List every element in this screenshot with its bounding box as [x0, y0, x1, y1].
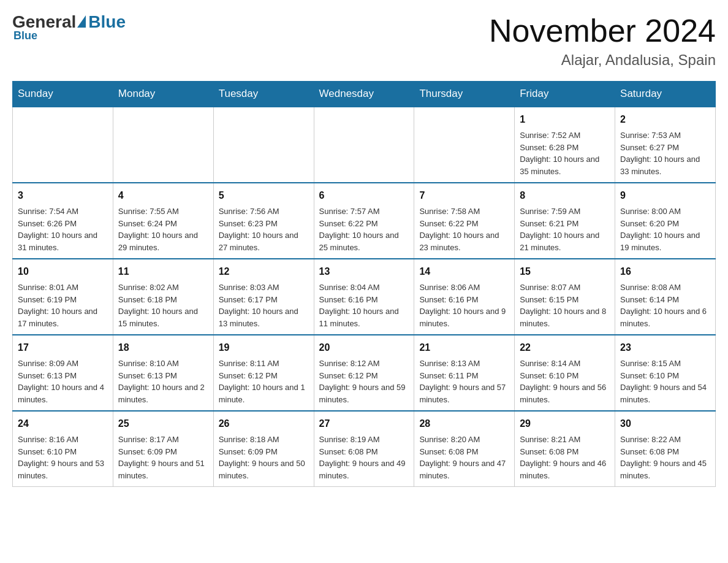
day-info: Sunset: 6:12 PM — [319, 370, 409, 382]
day-info: Daylight: 9 hours and 56 minutes. — [520, 381, 610, 405]
day-info: Daylight: 9 hours and 54 minutes. — [620, 381, 710, 405]
day-info: Sunset: 6:27 PM — [620, 142, 710, 154]
day-number: 28 — [419, 416, 509, 431]
day-info: Sunrise: 7:57 AM — [319, 205, 409, 218]
calendar-cell-4-6: 22Sunrise: 8:14 AMSunset: 6:10 PMDayligh… — [515, 335, 615, 411]
calendar-header-tuesday: Tuesday — [213, 82, 314, 107]
location-title: Alajar, Andalusia, Spain — [489, 52, 716, 69]
calendar-week-4: 17Sunrise: 8:09 AMSunset: 6:13 PMDayligh… — [13, 335, 716, 411]
day-number: 27 — [319, 416, 409, 431]
calendar-cell-5-7: 30Sunrise: 8:22 AMSunset: 6:08 PMDayligh… — [615, 411, 716, 487]
calendar-cell-2-3: 5Sunrise: 7:56 AMSunset: 6:23 PMDaylight… — [213, 183, 314, 259]
day-info: Sunset: 6:08 PM — [520, 446, 610, 458]
day-info: Daylight: 9 hours and 49 minutes. — [319, 458, 409, 481]
calendar-cell-1-5 — [414, 107, 515, 183]
calendar-header-sunday: Sunday — [13, 82, 113, 107]
day-info: Sunrise: 7:58 AM — [419, 205, 509, 218]
logo: General Blue Blue — [12, 12, 126, 42]
calendar-header-row: SundayMondayTuesdayWednesdayThursdayFrid… — [13, 82, 716, 107]
day-info: Daylight: 10 hours and 11 minutes. — [319, 305, 409, 329]
day-info: Sunrise: 7:52 AM — [520, 129, 610, 142]
calendar-cell-5-4: 27Sunrise: 8:19 AMSunset: 6:08 PMDayligh… — [314, 411, 414, 487]
day-info: Sunrise: 8:10 AM — [118, 358, 208, 370]
day-info: Sunset: 6:10 PM — [18, 446, 108, 458]
day-info: Sunset: 6:19 PM — [18, 294, 108, 306]
day-info: Sunrise: 8:13 AM — [419, 358, 509, 370]
day-info: Sunset: 6:14 PM — [620, 294, 710, 306]
calendar-cell-1-4 — [314, 107, 414, 183]
calendar-week-1: 1Sunrise: 7:52 AMSunset: 6:28 PMDaylight… — [13, 107, 716, 183]
calendar-cell-5-2: 25Sunrise: 8:17 AMSunset: 6:09 PMDayligh… — [113, 411, 213, 487]
day-number: 26 — [219, 416, 309, 431]
day-info: Sunset: 6:17 PM — [219, 294, 309, 306]
day-info: Daylight: 10 hours and 9 minutes. — [419, 305, 509, 329]
calendar-cell-1-6: 1Sunrise: 7:52 AMSunset: 6:28 PMDaylight… — [515, 107, 615, 183]
month-title: November 2024 — [489, 12, 716, 49]
day-number: 9 — [620, 188, 710, 203]
day-number: 11 — [118, 264, 208, 279]
day-number: 13 — [319, 264, 409, 279]
day-number: 24 — [18, 416, 108, 431]
calendar-cell-3-5: 14Sunrise: 8:06 AMSunset: 6:16 PMDayligh… — [414, 259, 515, 335]
day-info: Daylight: 9 hours and 51 minutes. — [118, 458, 208, 481]
day-info: Sunset: 6:18 PM — [118, 294, 208, 306]
logo-underline: Blue — [13, 29, 37, 42]
day-info: Sunrise: 8:08 AM — [620, 282, 710, 294]
day-info: Daylight: 10 hours and 27 minutes. — [219, 229, 309, 253]
day-number: 15 — [520, 264, 610, 279]
calendar-cell-3-1: 10Sunrise: 8:01 AMSunset: 6:19 PMDayligh… — [13, 259, 113, 335]
day-number: 14 — [419, 264, 509, 279]
day-info: Daylight: 10 hours and 6 minutes. — [620, 305, 710, 329]
day-number: 4 — [118, 188, 208, 203]
day-info: Sunrise: 8:09 AM — [18, 358, 108, 370]
day-number: 5 — [219, 188, 309, 203]
title-section: November 2024 Alajar, Andalusia, Spain — [489, 12, 716, 69]
calendar-cell-4-5: 21Sunrise: 8:13 AMSunset: 6:11 PMDayligh… — [414, 335, 515, 411]
calendar-cell-1-7: 2Sunrise: 7:53 AMSunset: 6:27 PMDaylight… — [615, 107, 716, 183]
day-info: Sunrise: 8:00 AM — [620, 205, 710, 218]
calendar-cell-5-3: 26Sunrise: 8:18 AMSunset: 6:09 PMDayligh… — [213, 411, 314, 487]
day-info: Sunset: 6:21 PM — [520, 218, 610, 230]
day-info: Daylight: 10 hours and 17 minutes. — [18, 305, 108, 329]
day-info: Daylight: 9 hours and 57 minutes. — [419, 381, 509, 405]
day-number: 20 — [319, 340, 409, 355]
day-number: 3 — [18, 188, 108, 203]
day-number: 29 — [520, 416, 610, 431]
day-info: Daylight: 9 hours and 46 minutes. — [520, 458, 610, 481]
day-info: Sunset: 6:20 PM — [620, 218, 710, 230]
calendar-cell-5-5: 28Sunrise: 8:20 AMSunset: 6:08 PMDayligh… — [414, 411, 515, 487]
calendar-cell-4-7: 23Sunrise: 8:15 AMSunset: 6:10 PMDayligh… — [615, 335, 716, 411]
day-info: Daylight: 9 hours and 53 minutes. — [18, 458, 108, 481]
logo-triangle-icon — [77, 15, 86, 28]
day-number: 10 — [18, 264, 108, 279]
calendar-header-friday: Friday — [515, 82, 615, 107]
calendar-cell-1-2 — [113, 107, 213, 183]
day-info: Sunset: 6:23 PM — [219, 218, 309, 230]
day-number: 16 — [620, 264, 710, 279]
page-header: General Blue Blue November 2024 Alajar, … — [12, 12, 716, 69]
day-info: Sunset: 6:26 PM — [18, 218, 108, 230]
day-info: Sunset: 6:09 PM — [219, 446, 309, 458]
day-number: 6 — [319, 188, 409, 203]
day-info: Sunrise: 7:59 AM — [520, 205, 610, 218]
day-info: Sunset: 6:24 PM — [118, 218, 208, 230]
day-info: Sunrise: 8:07 AM — [520, 282, 610, 294]
day-info: Sunset: 6:22 PM — [419, 218, 509, 230]
day-info: Sunrise: 8:03 AM — [219, 282, 309, 294]
day-info: Sunset: 6:16 PM — [319, 294, 409, 306]
day-number: 30 — [620, 416, 710, 431]
day-info: Sunrise: 8:06 AM — [419, 282, 509, 294]
day-info: Sunrise: 8:17 AM — [118, 434, 208, 446]
calendar-cell-2-1: 3Sunrise: 7:54 AMSunset: 6:26 PMDaylight… — [13, 183, 113, 259]
day-info: Sunset: 6:11 PM — [419, 370, 509, 382]
day-info: Sunset: 6:10 PM — [520, 370, 610, 382]
day-info: Daylight: 9 hours and 50 minutes. — [219, 458, 309, 481]
day-info: Sunset: 6:22 PM — [319, 218, 409, 230]
day-info: Sunrise: 7:53 AM — [620, 129, 710, 142]
day-info: Sunrise: 8:19 AM — [319, 434, 409, 446]
calendar-header-saturday: Saturday — [615, 82, 716, 107]
day-info: Daylight: 10 hours and 25 minutes. — [319, 229, 409, 253]
day-info: Sunset: 6:16 PM — [419, 294, 509, 306]
calendar-cell-3-6: 15Sunrise: 8:07 AMSunset: 6:15 PMDayligh… — [515, 259, 615, 335]
day-info: Sunrise: 8:14 AM — [520, 358, 610, 370]
